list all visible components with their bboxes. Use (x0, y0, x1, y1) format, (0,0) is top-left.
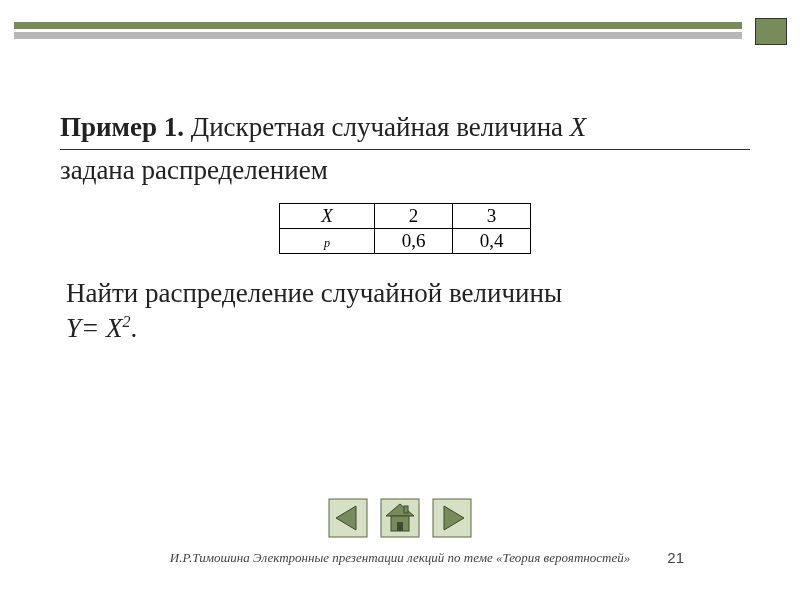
next-button[interactable] (432, 498, 472, 538)
cell-x-0: 2 (375, 203, 453, 228)
heading-line2: задана распределением (60, 152, 750, 188)
table-row: X 2 3 (280, 203, 531, 228)
distribution-table: X 2 3 p 0,6 0,4 (279, 203, 531, 254)
example-number: Пример 1. (60, 112, 184, 142)
cell-x-1: 3 (453, 203, 531, 228)
home-icon (380, 498, 420, 538)
example-heading: Пример 1. Дискретная случайная величина … (60, 110, 750, 145)
svg-rect-5 (397, 522, 403, 531)
arrow-right-icon (432, 498, 472, 538)
arrow-left-icon (328, 498, 368, 538)
slide-content: Пример 1. Дискретная случайная величина … (60, 110, 750, 346)
home-button[interactable] (380, 498, 420, 538)
accent-stripe (14, 22, 742, 29)
prev-button[interactable] (328, 498, 368, 538)
heading-underline (60, 149, 750, 150)
page-number: 21 (667, 549, 684, 566)
table-row: p 0,6 0,4 (280, 228, 531, 253)
task-prefix: Найти распределение случайной величины (66, 278, 562, 308)
task-text: Найти распределение случайной величины Y… (60, 276, 750, 346)
heading-text-1: Дискретная случайная величина (184, 112, 570, 142)
svg-rect-6 (404, 506, 408, 513)
cell-p-1: 0,4 (453, 228, 531, 253)
row-label-x: X (280, 203, 375, 228)
row-label-p: p (280, 228, 375, 253)
grey-stripe (14, 32, 742, 39)
cell-p-0: 0,6 (375, 228, 453, 253)
header-bar (14, 22, 786, 42)
task-tail: . (130, 313, 137, 343)
corner-square (756, 19, 786, 44)
task-equation: Y= X2 (66, 313, 130, 343)
variable-x: Х (570, 112, 587, 142)
nav-controls (0, 498, 800, 538)
